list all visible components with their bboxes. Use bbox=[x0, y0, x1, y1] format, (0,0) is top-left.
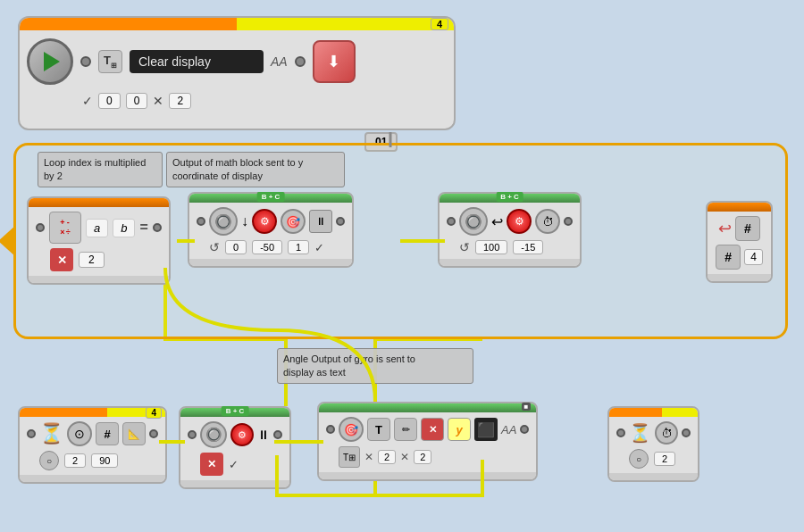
angle-gyro[interactable]: 📐 bbox=[122, 422, 146, 445]
connector-right bbox=[295, 56, 306, 67]
refresh-icon-1[interactable]: ↺ bbox=[209, 240, 220, 254]
edit-disp[interactable]: ✏ bbox=[394, 418, 417, 441]
t-icon-block[interactable]: T⊞ bbox=[98, 50, 122, 73]
steering-icon-2[interactable]: 🔘 bbox=[459, 207, 488, 236]
math-ops-icon[interactable]: +-×÷ bbox=[49, 212, 81, 244]
check-icon[interactable]: ✓ bbox=[82, 94, 93, 108]
bc-label-3: B + C bbox=[222, 406, 249, 416]
play-button[interactable] bbox=[27, 38, 73, 85]
val-n15-m2[interactable]: -15 bbox=[513, 240, 543, 254]
circle-icon-gyro[interactable]: ○ bbox=[39, 451, 59, 470]
hourglass-icon[interactable]: ⏳ bbox=[39, 422, 63, 445]
pause-icon-1[interactable]: ⏸ bbox=[309, 210, 332, 233]
val-2-gyro[interactable]: 2 bbox=[64, 453, 86, 468]
refresh-icon-2[interactable]: ↺ bbox=[459, 240, 470, 254]
annotation-gyro-output: Angle Output of gyro is sent to display … bbox=[277, 348, 473, 384]
value-2-math[interactable]: 2 bbox=[79, 252, 105, 268]
connector-gyro-left bbox=[27, 429, 36, 438]
val-90-gyro[interactable]: 90 bbox=[91, 453, 118, 468]
num-badge-4: 4 bbox=[431, 18, 448, 30]
black-square-disp[interactable]: ⬛ bbox=[474, 418, 498, 441]
connector-mb-right bbox=[273, 430, 282, 439]
equals-sign: = bbox=[139, 220, 147, 236]
t-grid-disp[interactable]: T⊞ bbox=[339, 446, 360, 468]
motor-bottom-block[interactable]: B + C 🔘 ⚙ ⏸ ✕ ✓ bbox=[179, 406, 291, 489]
connector-disp-left bbox=[326, 425, 335, 434]
hash-icon-counter[interactable]: # bbox=[735, 216, 760, 241]
connector-timer-right bbox=[682, 428, 691, 437]
val-1-m1[interactable]: 1 bbox=[288, 240, 309, 254]
x-icon[interactable]: ✕ bbox=[153, 94, 163, 108]
motor-block-2[interactable]: B + C 🔘 ↩ ⚙ ⏱ ↺ 100 -15 bbox=[438, 192, 582, 268]
display-text-block[interactable]: ■ 🎯 T ✏ ✕ y ⬛ AA T⊞ ✕ 2 ✕ 2 bbox=[317, 402, 538, 481]
annotation-loop-index: Loop index is multiplied by 2 bbox=[38, 152, 163, 187]
gyro-block[interactable]: 4 ⏳ ⊙ # 📐 ○ 2 90 bbox=[18, 406, 167, 484]
val-2-disp1[interactable]: 2 bbox=[378, 450, 396, 464]
hash-icon-counter2[interactable]: # bbox=[716, 245, 741, 270]
steering-icon-1[interactable]: 🔘 bbox=[209, 207, 238, 236]
math-block[interactable]: +-×÷ a b = ✕ 2 bbox=[27, 196, 171, 285]
bc-label-1: B + C bbox=[257, 192, 285, 202]
download-block[interactable]: ⬇ bbox=[313, 40, 356, 83]
aa-disp[interactable]: AA bbox=[501, 423, 516, 436]
check-m1[interactable]: ✓ bbox=[314, 241, 324, 254]
back-arrow-counter[interactable]: ↩ bbox=[718, 219, 732, 238]
text-display-block[interactable]: Clear display bbox=[130, 50, 264, 73]
val-2-timer[interactable]: 2 bbox=[654, 452, 675, 466]
var-b[interactable]: b bbox=[113, 219, 135, 237]
connector-m1-right bbox=[336, 217, 345, 226]
gear-red-2[interactable]: ⚙ bbox=[507, 209, 532, 234]
target-icon-disp[interactable]: 🎯 bbox=[339, 417, 364, 442]
val-n50-m1[interactable]: -50 bbox=[252, 240, 282, 254]
clock-icon-2[interactable]: ⏱ bbox=[535, 209, 560, 234]
value-0-1[interactable]: 0 bbox=[98, 93, 121, 109]
connector-math-left bbox=[36, 223, 45, 232]
x-mb[interactable]: ✕ bbox=[200, 453, 223, 476]
value-0-2[interactable]: 0 bbox=[126, 93, 148, 109]
gear-red-mb[interactable]: ⚙ bbox=[230, 423, 254, 446]
pause-mb[interactable]: ⏸ bbox=[257, 428, 270, 442]
annotation-math-output: Output of math block sent to y coordinat… bbox=[166, 152, 345, 187]
connector-math-right bbox=[153, 223, 162, 232]
down-arrow-1[interactable]: ↓ bbox=[241, 213, 248, 229]
num-badge-gyro: 4 bbox=[146, 407, 162, 419]
connector-m2-left bbox=[447, 217, 456, 226]
aa-label: AA bbox=[271, 54, 288, 69]
gear-red-1[interactable]: ⚙ bbox=[252, 209, 277, 234]
value-2[interactable]: 2 bbox=[169, 93, 191, 109]
connector-left bbox=[80, 56, 91, 67]
connector-gyro-right bbox=[149, 429, 158, 438]
turn-icon-2[interactable]: ↩ bbox=[491, 213, 503, 230]
steering-mb[interactable]: 🔘 bbox=[200, 421, 227, 448]
x-red-disp[interactable]: ✕ bbox=[421, 418, 444, 441]
var-a[interactable]: a bbox=[86, 219, 108, 237]
connector-m2-right bbox=[564, 217, 573, 226]
x-val-disp2[interactable]: ✕ bbox=[400, 451, 409, 463]
connector-timer-left bbox=[616, 428, 625, 437]
motor-block-1[interactable]: B + C 🔘 ↓ ⚙ 🎯 ⏸ ↺ 0 -50 1 ✓ bbox=[188, 192, 354, 268]
counter-value-4[interactable]: 4 bbox=[744, 249, 763, 265]
bc-label-2: B + C bbox=[496, 192, 523, 202]
clock-bottom[interactable]: ⏱ bbox=[655, 421, 678, 445]
hourglass-bottom[interactable]: ⏳ bbox=[629, 422, 651, 444]
val-0-m1[interactable]: 0 bbox=[225, 240, 247, 254]
counter-block[interactable]: ↩ # # 4 bbox=[706, 201, 773, 283]
timer-block-bottom[interactable]: ⏳ ⏱ ○ 2 bbox=[607, 406, 699, 482]
val-2-disp2[interactable]: 2 bbox=[414, 450, 431, 464]
x-val-disp[interactable]: ✕ bbox=[364, 451, 373, 463]
connector-disp-right bbox=[520, 425, 529, 434]
hash-gyro[interactable]: # bbox=[96, 422, 119, 445]
connector-m1-left bbox=[197, 217, 205, 226]
gyro-gear[interactable]: ⊙ bbox=[67, 421, 92, 446]
check-mb[interactable]: ✓ bbox=[229, 458, 239, 471]
t-disp[interactable]: T bbox=[367, 418, 390, 441]
target-icon-1[interactable]: 🎯 bbox=[281, 209, 306, 234]
timer-circle[interactable]: ○ bbox=[629, 449, 649, 469]
y-orange-disp[interactable]: y bbox=[448, 418, 471, 441]
val-100-m2[interactable]: 100 bbox=[475, 240, 507, 254]
connector-mb-left bbox=[188, 430, 197, 439]
x-button-math[interactable]: ✕ bbox=[50, 248, 73, 271]
